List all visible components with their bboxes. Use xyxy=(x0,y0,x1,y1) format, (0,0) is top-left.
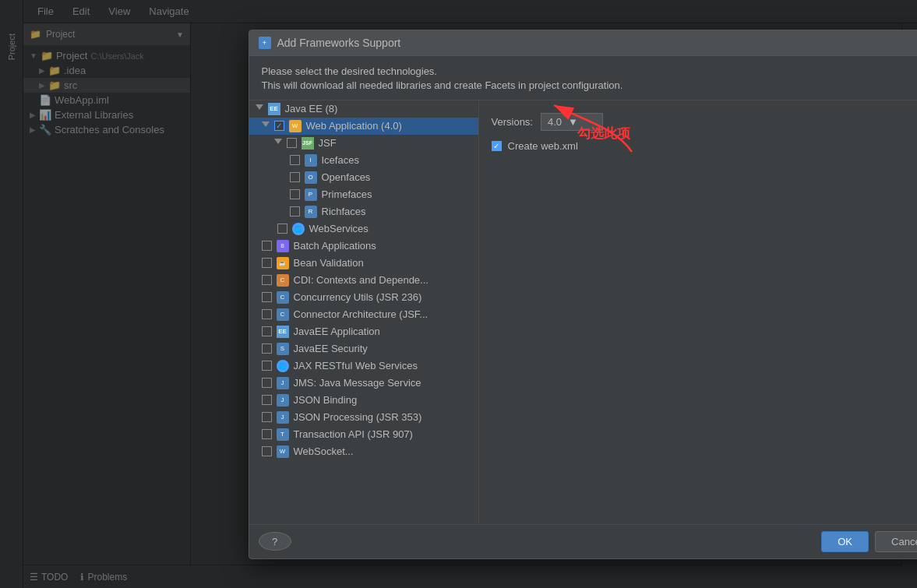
fw-checkbox-transaction[interactable] xyxy=(262,429,272,439)
modal-titlebar: + Add Frameworks Support ✕ xyxy=(249,30,918,56)
fw-item-jms[interactable]: J JMS: Java Message Service xyxy=(249,375,478,392)
fw-label: WebSocket... xyxy=(294,445,354,457)
fw-label: Bean Validation xyxy=(294,257,364,269)
fw-category-javaee[interactable]: EE Java EE (8) xyxy=(249,100,478,118)
modal-title-text: Add Frameworks Support xyxy=(277,37,401,49)
create-webxml-checkbox[interactable] xyxy=(492,141,502,151)
cdi-icon: C xyxy=(277,274,289,287)
fw-label: JSF xyxy=(319,137,337,149)
fw-label: CDI: Contexts and Depende... xyxy=(294,274,429,286)
create-webxml-label: Create web.xml xyxy=(508,140,578,152)
fw-checkbox-webservices[interactable] xyxy=(277,224,287,234)
versions-row: Versions: 4.0 ▼ xyxy=(492,113,918,131)
versions-select[interactable]: 4.0 ▼ xyxy=(541,113,603,131)
footer-buttons: OK Cancel xyxy=(821,531,917,552)
webapp-icon: W xyxy=(289,120,302,132)
fw-label: JSON Binding xyxy=(294,394,358,406)
fw-label: Java EE (8) xyxy=(285,103,338,114)
help-button[interactable]: ? xyxy=(259,532,291,551)
security-icon: S xyxy=(277,343,289,355)
fw-checkbox-openfaces[interactable] xyxy=(290,172,300,182)
modal-description: Please select the desired technologies. … xyxy=(249,56,918,100)
expand-icon xyxy=(274,139,282,148)
fw-checkbox-javaee-sec[interactable] xyxy=(262,343,272,354)
fw-label: JSON Processing (JSR 353) xyxy=(294,411,422,423)
framework-list: EE Java EE (8) W Web Application (4.0) J… xyxy=(249,100,479,524)
fw-checkbox-webapp[interactable] xyxy=(274,121,284,131)
fw-item-javaee-security[interactable]: S JavaEE Security xyxy=(249,340,478,357)
fw-label: Batch Applications xyxy=(294,240,376,252)
versions-label: Versions: xyxy=(492,116,533,128)
create-webxml-row[interactable]: Create web.xml xyxy=(492,140,918,152)
description-line1: Please select the desired technologies. xyxy=(262,65,918,77)
openfaces-icon: O xyxy=(305,171,317,184)
expand-icon xyxy=(256,104,263,114)
connector-icon: C xyxy=(277,308,289,321)
modal-icon: + xyxy=(259,37,271,49)
websocket-icon: W xyxy=(277,445,289,458)
fw-checkbox-bean[interactable] xyxy=(262,258,272,268)
fw-checkbox-icefaces[interactable] xyxy=(290,155,300,165)
fw-checkbox-richfaces[interactable] xyxy=(290,206,300,217)
primefaces-icon: P xyxy=(305,188,317,201)
fw-label: JAX RESTful Web Services xyxy=(294,360,418,371)
modal-body: EE Java EE (8) W Web Application (4.0) J… xyxy=(249,100,918,524)
right-configuration-panel: Versions: 4.0 ▼ Create web.xml xyxy=(479,100,918,524)
fw-item-batch[interactable]: B Batch Applications xyxy=(249,238,478,255)
fw-checkbox-cdi[interactable] xyxy=(262,275,272,285)
fw-checkbox-concurrency[interactable] xyxy=(262,292,272,302)
fw-item-icefaces[interactable]: I Icefaces xyxy=(249,152,478,169)
fw-checkbox-connector[interactable] xyxy=(262,309,272,319)
fw-item-openfaces[interactable]: O Openfaces xyxy=(249,169,478,186)
fw-item-json-binding[interactable]: J JSON Binding xyxy=(249,392,478,409)
fw-item-bean-validation[interactable]: ☕ Bean Validation xyxy=(249,255,478,272)
fw-checkbox-websocket[interactable] xyxy=(262,446,272,456)
fw-label: WebServices xyxy=(309,223,369,234)
fw-checkbox-primefaces[interactable] xyxy=(290,189,300,199)
fw-label: Openfaces xyxy=(322,171,371,183)
fw-item-json-processing[interactable]: J JSON Processing (JSR 353) xyxy=(249,409,478,426)
description-line2: This will download all needed libraries … xyxy=(262,79,918,91)
fw-item-webservices[interactable]: 🌐 WebServices xyxy=(249,220,478,238)
fw-item-primefaces[interactable]: P Primefaces xyxy=(249,186,478,203)
batch-icon: B xyxy=(277,240,289,252)
fw-item-jsf[interactable]: JSF JSF xyxy=(249,135,478,152)
fw-label: Concurrency Utils (JSR 236) xyxy=(294,291,422,303)
fw-checkbox-jax[interactable] xyxy=(262,361,272,371)
fw-checkbox-json-binding[interactable] xyxy=(262,395,272,405)
jsf-icon: JSF xyxy=(302,137,314,150)
fw-label: Connector Architecture (JSF... xyxy=(294,308,429,320)
cancel-button[interactable]: Cancel xyxy=(875,531,917,552)
fw-item-cdi[interactable]: C CDI: Contexts and Depende... xyxy=(249,272,478,289)
ok-button[interactable]: OK xyxy=(821,531,869,552)
create-webxml-container: Create web.xml 勾选此项 xyxy=(492,140,918,152)
fw-checkbox-javaee-app[interactable] xyxy=(262,326,272,336)
richfaces-icon: R xyxy=(305,206,317,218)
modal-footer: ? OK Cancel xyxy=(249,524,918,558)
fw-item-webapp[interactable]: W Web Application (4.0) xyxy=(249,118,478,135)
versions-value: 4.0 xyxy=(548,116,562,128)
fw-label: JavaEE Security xyxy=(294,343,368,354)
modal-title: + Add Frameworks Support xyxy=(259,37,401,49)
transaction-icon: T xyxy=(277,428,289,441)
fw-item-jax-rest[interactable]: 🌐 JAX RESTful Web Services xyxy=(249,357,478,375)
fw-item-connector[interactable]: C Connector Architecture (JSF... xyxy=(249,306,478,323)
json-binding-icon: J xyxy=(277,394,289,407)
fw-item-javaee-app[interactable]: EE JavaEE Application xyxy=(249,323,478,340)
fw-checkbox-json-proc[interactable] xyxy=(262,412,272,422)
fw-label: Icefaces xyxy=(322,154,359,166)
fw-label: Primefaces xyxy=(322,188,372,200)
fw-item-richfaces[interactable]: R Richfaces xyxy=(249,203,478,220)
fw-item-concurrency[interactable]: C Concurrency Utils (JSR 236) xyxy=(249,289,478,306)
add-frameworks-modal: + Add Frameworks Support ✕ Please select… xyxy=(249,30,918,559)
fw-checkbox-jsf[interactable] xyxy=(287,138,297,148)
json-proc-icon: J xyxy=(277,411,289,424)
dropdown-arrow-icon: ▼ xyxy=(568,116,578,128)
fw-label: Transaction API (JSR 907) xyxy=(294,428,413,440)
fw-item-transaction[interactable]: T Transaction API (JSR 907) xyxy=(249,426,478,443)
fw-checkbox-jms[interactable] xyxy=(262,378,272,388)
jax-icon: 🌐 xyxy=(277,360,289,372)
javaee-app-icon: EE xyxy=(277,326,289,338)
fw-checkbox-batch[interactable] xyxy=(262,241,272,251)
fw-item-websocket[interactable]: W WebSocket... xyxy=(249,443,478,460)
